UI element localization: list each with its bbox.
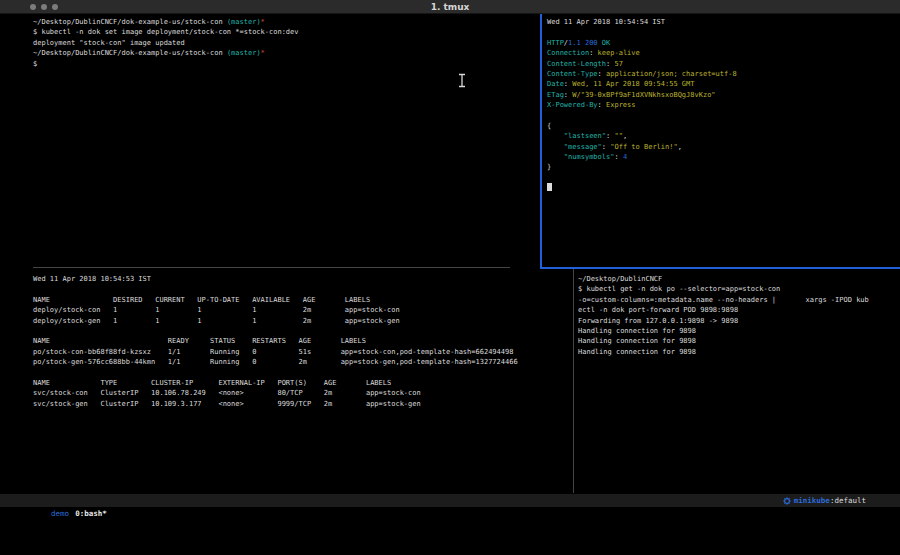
terminal-line (547, 183, 897, 193)
terminal-line: ~/Desktop/DublinCNCF/dok-example-us/stoc… (33, 48, 538, 58)
terminal-line: NAME TYPE CLUSTER-IP EXTERNAL-IP PORT(S)… (33, 378, 571, 388)
terminal-line: Handling connection for 9898 (578, 336, 898, 346)
kube-namespace-label: :default (830, 494, 866, 507)
terminal-line: } (547, 162, 897, 172)
terminal-line: { (547, 121, 897, 131)
terminal-line: Content-Length: 57 (547, 59, 897, 69)
tmux-window-item[interactable]: 0:bash* (75, 509, 107, 518)
terminal-line (547, 27, 897, 37)
terminal-line: Handling connection for 9898 (578, 347, 898, 357)
terminal-line: Forwarding from 127.0.0.1:9898 -> 9898 (578, 316, 898, 326)
terminal-line: deploy/stock-con 1 1 1 1 2m app=stock-co… (33, 305, 571, 315)
terminal-line: deployment "stock-con" image updated (33, 38, 538, 48)
window-title: 1. tmux (0, 2, 900, 12)
terminal-line (33, 284, 571, 294)
window-titlebar: 1. tmux (0, 0, 900, 14)
terminal-line: NAME DESIRED CURRENT UP-TO-DATE AVAILABL… (33, 295, 571, 305)
terminal-line (547, 111, 897, 121)
terminal-line (547, 173, 897, 183)
terminal-line: "lastseen": "", (547, 131, 897, 141)
terminal-line (33, 326, 571, 336)
terminal-line: po/stock-gen-576cc688bb-44kmn 1/1 Runnin… (33, 357, 571, 367)
terminal-line: Handling connection for 9898 (578, 326, 898, 336)
terminal-line: ETag: W/"39-0xBPf9aF1dXVNkhsxoBQgJ8vKzo" (547, 90, 897, 100)
terminal-line: svc/stock-con ClusterIP 10.106.78.249 <n… (33, 388, 571, 398)
terminal-line: $ kubectl get -n dok po --selector=app=s… (578, 284, 898, 294)
terminal-line: -o=custom-columns=:metadata.name --no-he… (578, 295, 898, 305)
terminal-line: "message": "Off to Berlin!", (547, 142, 897, 152)
terminal-line: ~/Desktop/DublinCNCF/dok-example-us/stoc… (33, 17, 538, 27)
terminal-line: ~/Desktop/DublinCNCF (578, 274, 898, 284)
terminal-line: X-Powered-By: Express (547, 100, 897, 110)
terminal-line: deploy/stock-gen 1 1 1 1 2m app=stock-ge… (33, 316, 571, 326)
pane-bottom-right-port-forward[interactable]: ~/Desktop/DublinCNCF$ kubectl get -n dok… (578, 274, 898, 357)
pane-divider-horizontal-active[interactable] (540, 267, 900, 269)
terminal-line: Date: Wed, 11 Apr 2018 09:54:55 GMT (547, 79, 897, 89)
terminal-line: $ kubectl -n dok set image deployment/st… (33, 27, 538, 37)
mouse-ibeam-cursor (458, 73, 466, 88)
terminal-block-cursor (547, 183, 552, 191)
pane-top-right-http-response[interactable]: Wed 11 Apr 2018 10:54:54 ISTHTTP/1.1 200… (547, 17, 897, 194)
terminal-line: Wed 11 Apr 2018 10:54:54 IST (547, 17, 897, 27)
terminal-line: "numsymbols": 4 (547, 152, 897, 162)
pane-divider-vertical-bottom[interactable] (573, 269, 574, 493)
kube-context-label: minikube (794, 494, 830, 507)
kubernetes-helm-icon (756, 497, 791, 505)
pane-divider-vertical-active[interactable] (540, 14, 542, 267)
tmux-session-name[interactable]: demo (51, 509, 69, 518)
terminal-line: Wed 11 Apr 2018 10:54:53 IST (33, 274, 571, 284)
terminal-line: Content-Type: application/json; charset=… (547, 69, 897, 79)
terminal-line (33, 368, 571, 378)
terminal-line: NAME READY STATUS RESTARTS AGE LABELS (33, 336, 571, 346)
pane-divider-horizontal-left[interactable] (33, 267, 510, 268)
tmux-status-bar: demo0:bash* minikube:default (0, 494, 900, 507)
terminal-line: po/stock-con-bb68f88fd-kzsxz 1/1 Running… (33, 347, 571, 357)
terminal-line: $ (33, 59, 538, 69)
terminal-line: svc/stock-gen ClusterIP 10.109.3.177 <no… (33, 399, 571, 409)
terminal-line: HTTP/1.1 200 OK (547, 38, 897, 48)
pane-bottom-left-kubectl-resources[interactable]: Wed 11 Apr 2018 10:54:53 ISTNAME DESIRED… (33, 274, 571, 409)
terminal-line: Connection: keep-alive (547, 48, 897, 58)
terminal-line: ectl -n dok port-forward POD 9898:9898 (578, 305, 898, 315)
pane-top-left-shell[interactable]: ~/Desktop/DublinCNCF/dok-example-us/stoc… (33, 17, 538, 69)
